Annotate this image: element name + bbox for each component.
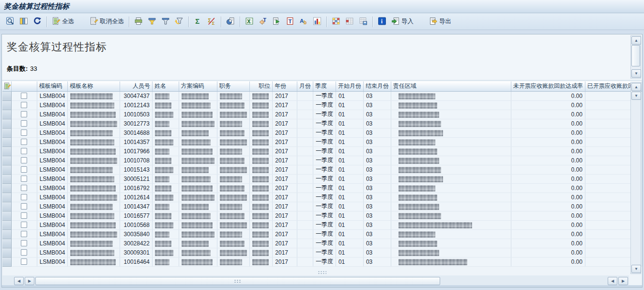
scroll-left-button[interactable]: ◀ xyxy=(14,277,24,285)
row-selector[interactable] xyxy=(2,202,12,211)
grid-view-button[interactable] xyxy=(329,16,343,28)
col-header-end_month[interactable]: 结束月份 xyxy=(363,81,391,91)
row-checkbox[interactable] xyxy=(21,212,27,219)
find-button[interactable] xyxy=(3,16,17,28)
row-selector[interactable] xyxy=(2,174,12,183)
row-selector[interactable] xyxy=(2,165,12,174)
scroll-down-button[interactable]: ▼ xyxy=(631,265,641,273)
pane-resize-grip[interactable] xyxy=(318,271,326,274)
local-file-button[interactable] xyxy=(270,16,283,28)
scroll-thumb[interactable] xyxy=(35,277,440,285)
col-header-name[interactable]: 姓名 xyxy=(152,81,179,91)
row-selector[interactable] xyxy=(2,100,12,110)
row-checkbox[interactable] xyxy=(21,203,27,209)
row-checkbox[interactable] xyxy=(21,102,27,108)
scroll-left-button[interactable]: ◀ xyxy=(608,277,617,285)
cell-personnel_no: 30014688 xyxy=(120,128,153,137)
col-header-quarter[interactable]: 季度 xyxy=(313,81,336,91)
scroll-track[interactable] xyxy=(631,67,640,69)
scroll-down-button[interactable]: ▼ xyxy=(631,69,641,78)
pixelated-redaction xyxy=(155,204,169,210)
col-header-personnel_no[interactable]: 人员号 xyxy=(120,81,153,91)
column-layout-button[interactable] xyxy=(17,16,31,28)
row-checkbox[interactable] xyxy=(21,258,27,265)
row-checkbox[interactable] xyxy=(21,157,27,163)
row-checkbox[interactable] xyxy=(21,185,27,191)
col-header-job[interactable]: 职务 xyxy=(217,81,249,91)
scroll-track[interactable] xyxy=(631,100,640,264)
redacted-cell xyxy=(179,146,217,156)
row-selector[interactable] xyxy=(2,110,12,119)
save-layout-button[interactable] xyxy=(356,16,370,28)
scroll-up-button[interactable]: ▲ xyxy=(631,83,641,91)
redacted-cell xyxy=(68,220,120,229)
sum-button[interactable]: Σ xyxy=(191,16,205,28)
word-export-button[interactable]: T xyxy=(256,16,270,28)
row-selector[interactable] xyxy=(2,146,12,156)
row-checkbox[interactable] xyxy=(21,93,27,99)
row-checkbox[interactable] xyxy=(21,129,27,136)
row-checkbox[interactable] xyxy=(21,222,27,228)
import-button[interactable]: 导入 xyxy=(389,16,416,28)
cell-month xyxy=(297,174,313,183)
row-checkbox[interactable] xyxy=(21,176,27,182)
select-all-button[interactable]: 全选 xyxy=(49,16,77,28)
row-selector[interactable] xyxy=(2,239,12,248)
row-checkbox[interactable] xyxy=(21,111,27,117)
col-header-template_name[interactable]: 模板名称 xyxy=(68,81,120,91)
local-file-icon xyxy=(272,17,281,27)
col-header-region[interactable]: 责任区域 xyxy=(391,81,511,91)
row-selector[interactable] xyxy=(2,220,12,229)
graphic-button[interactable] xyxy=(310,16,324,28)
scroll-thumb[interactable] xyxy=(631,45,640,66)
scroll-right-button[interactable]: ▶ xyxy=(25,277,34,285)
row-selector[interactable] xyxy=(2,193,12,202)
row-checkbox[interactable] xyxy=(21,120,27,127)
row-checkbox[interactable] xyxy=(21,194,27,200)
sort-button[interactable] xyxy=(145,16,159,28)
row-checkbox[interactable] xyxy=(21,166,27,173)
remove-filter-button[interactable] xyxy=(172,16,186,28)
fix-column-button[interactable] xyxy=(343,16,356,28)
col-header-template_code[interactable]: 模板编码 xyxy=(37,81,68,91)
scroll-up-button[interactable]: ▲ xyxy=(631,36,641,45)
scroll-down-button[interactable]: ▼ xyxy=(631,92,641,100)
row-selector[interactable] xyxy=(2,128,12,137)
row-checkbox[interactable] xyxy=(21,231,27,237)
refresh-button[interactable] xyxy=(31,16,44,28)
row-checkbox[interactable] xyxy=(21,240,27,246)
row-selector[interactable] xyxy=(2,119,12,128)
cell-quarter: 一季度 xyxy=(313,220,336,229)
row-selector[interactable] xyxy=(2,257,12,266)
excel-button[interactable]: X xyxy=(243,16,256,28)
row-selector[interactable] xyxy=(2,229,12,239)
row-selector[interactable] xyxy=(2,248,12,257)
row-checkbox[interactable] xyxy=(21,249,27,256)
row-selector[interactable] xyxy=(2,183,12,193)
chart-detail-button[interactable] xyxy=(224,16,237,28)
export-button[interactable]: 导出 xyxy=(427,16,454,28)
col-header-year[interactable]: 年份 xyxy=(273,81,297,91)
row-selector[interactable] xyxy=(2,91,12,100)
text-button[interactable]: T xyxy=(283,16,297,28)
print-button[interactable] xyxy=(132,16,145,28)
col-header-rate[interactable]: 未开票应收账款回款达成率 xyxy=(511,81,585,91)
cell-personnel_no: 30009301 xyxy=(120,248,153,257)
col-header-position[interactable]: 职位 xyxy=(249,81,273,91)
print-icon xyxy=(134,17,143,27)
filter-button[interactable] xyxy=(159,16,172,28)
scroll-right-button[interactable]: ▶ xyxy=(618,277,628,285)
col-header-month[interactable]: 月份 xyxy=(297,81,313,91)
row-checkbox[interactable] xyxy=(21,139,27,145)
row-selector[interactable] xyxy=(2,211,12,220)
deselect-all-button[interactable]: 取消全选 xyxy=(87,16,126,28)
subtotal-button[interactable]: ΣΣ xyxy=(205,16,218,28)
col-header-start_month[interactable]: 开始月份 xyxy=(336,81,363,91)
abc-analysis-button[interactable]: Ab xyxy=(297,16,310,28)
row-selector[interactable] xyxy=(2,156,12,165)
col-header-sel[interactable] xyxy=(2,81,12,91)
col-header-scheme_code[interactable]: 方案编码 xyxy=(179,81,217,91)
info-button[interactable]: i xyxy=(375,16,389,28)
row-checkbox[interactable] xyxy=(21,148,27,154)
row-selector[interactable] xyxy=(2,137,12,146)
